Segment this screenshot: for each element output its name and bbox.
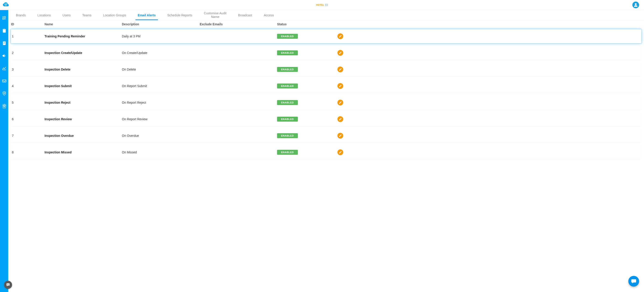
cell-description: On Delete <box>122 68 200 71</box>
tab-locations[interactable]: Locations <box>36 11 52 20</box>
edit-button[interactable] <box>338 100 343 105</box>
megaphone-icon <box>2 54 6 58</box>
sidebar-item-apps[interactable] <box>2 16 7 21</box>
edit-button[interactable] <box>338 83 343 89</box>
cell-name: Inspection Review <box>44 117 122 121</box>
sidebar-item-inbox[interactable] <box>2 78 7 83</box>
help-chat-button[interactable] <box>4 281 12 289</box>
brand-text: HOTEL <box>316 4 324 6</box>
status-badge[interactable]: ENABLED <box>277 34 298 39</box>
svg-rect-18 <box>4 106 4 107</box>
table-row[interactable]: 6Inspection ReviewOn Report ReviewENABLE… <box>11 112 641 126</box>
svg-rect-17 <box>4 104 4 104</box>
status-badge[interactable]: ENABLED <box>277 50 298 55</box>
cell-status: ENABLED <box>277 133 326 138</box>
table-row[interactable]: 3Inspection DeleteOn DeleteENABLED <box>11 62 641 76</box>
sidebar-item-announce[interactable] <box>2 53 7 58</box>
status-badge[interactable]: ENABLED <box>277 100 298 105</box>
cell-status: ENABLED <box>277 50 326 55</box>
table-row[interactable]: 4Inspection SubmitOn Report SubmitENABLE… <box>11 79 641 93</box>
app-logo[interactable] <box>2 2 13 8</box>
status-badge[interactable]: ENABLED <box>277 117 298 122</box>
cell-id: 2 <box>11 51 44 55</box>
svg-rect-22 <box>5 104 6 105</box>
col-description: Description <box>122 22 200 26</box>
tab-brands[interactable]: Brands <box>15 11 26 20</box>
cell-description: On Report Review <box>122 117 200 121</box>
svg-point-4 <box>4 16 6 18</box>
col-exclude: Exclude Emails <box>200 22 277 26</box>
sidebar-item-document[interactable] <box>2 41 7 46</box>
status-badge[interactable]: ENABLED <box>277 133 298 138</box>
cell-id: 6 <box>11 117 44 121</box>
cell-status: ENABLED <box>277 67 326 72</box>
tab-access[interactable]: Access <box>263 11 275 20</box>
cell-description: On Report Reject <box>122 101 200 104</box>
edit-button[interactable] <box>338 33 343 39</box>
speech-bubble-icon <box>631 278 636 284</box>
sidebar-item-security[interactable] <box>2 91 7 96</box>
brand-icon <box>325 4 328 6</box>
cell-description: On Create/Update <box>122 51 200 55</box>
svg-rect-21 <box>2 104 3 105</box>
table-row[interactable]: 1Training Pending ReminderDaily at 3 PME… <box>11 29 641 43</box>
cell-description: On Missed <box>122 151 200 154</box>
pencil-icon <box>339 134 342 137</box>
cell-name: Inspection Create/Update <box>44 51 122 55</box>
edit-button[interactable] <box>338 67 343 72</box>
svg-rect-23 <box>2 107 3 107</box>
cell-name: Inspection Submit <box>44 84 122 88</box>
svg-point-2 <box>635 3 636 5</box>
sidebar-item-clipboard[interactable] <box>2 28 7 33</box>
status-badge[interactable]: ENABLED <box>277 67 298 72</box>
cell-id: 5 <box>11 101 44 104</box>
shield-icon <box>2 91 6 96</box>
tab-location-groups[interactable]: Location Groups <box>102 11 127 20</box>
cell-name: Training Pending Reminder <box>44 35 122 38</box>
cell-status: ENABLED <box>277 150 326 155</box>
brand-label: HOTEL <box>316 4 328 6</box>
table-row[interactable]: 7Inspection OverdueOn OverdueENABLED <box>11 129 641 143</box>
col-name: Name <box>44 22 122 26</box>
chat-icon <box>6 282 10 287</box>
svg-rect-13 <box>2 55 3 56</box>
svg-point-3 <box>3 17 4 18</box>
cell-name: Inspection Missed <box>44 151 122 154</box>
tab-customise-audit-name[interactable]: Customise AuditName <box>203 10 228 20</box>
sidebar-item-settings[interactable] <box>2 103 7 108</box>
content-area: BrandsLocationsUsersTeamsLocation Groups… <box>8 10 644 292</box>
cell-status: ENABLED <box>277 34 326 39</box>
status-badge[interactable]: ENABLED <box>277 84 298 88</box>
cell-id: 3 <box>11 68 44 71</box>
pencil-icon <box>339 51 342 54</box>
table-row[interactable]: 2Inspection Create/UpdateOn Create/Updat… <box>11 46 641 60</box>
profile-avatar-button[interactable] <box>632 2 639 8</box>
cell-name: Inspection Reject <box>44 101 122 104</box>
tab-email-alerts[interactable]: Email Alerts <box>137 11 156 20</box>
table-row[interactable]: 5Inspection RejectOn Report RejectENABLE… <box>11 96 641 109</box>
edit-button[interactable] <box>338 50 343 56</box>
pencil-icon <box>339 35 342 38</box>
cell-id: 4 <box>11 84 44 88</box>
edit-button[interactable] <box>338 149 343 155</box>
tab-broadcast[interactable]: Broadcast <box>237 11 253 20</box>
tab-schedule-reports[interactable]: Schedule Reports <box>166 11 193 20</box>
document-icon <box>2 41 6 46</box>
cell-description: Daily at 3 PM <box>122 35 200 38</box>
table-row[interactable]: 8Inspection MissedOn MissedENABLED <box>11 145 641 159</box>
svg-point-16 <box>4 93 5 94</box>
status-badge[interactable]: ENABLED <box>277 150 298 155</box>
pencil-icon <box>339 84 342 88</box>
edit-button[interactable] <box>338 116 343 122</box>
floating-chat-button[interactable] <box>628 276 639 287</box>
tab-users[interactable]: Users <box>62 11 72 20</box>
tabs-nav: BrandsLocationsUsersTeamsLocation Groups… <box>8 10 644 20</box>
tab-teams[interactable]: Teams <box>82 11 92 20</box>
sidebar-item-analytics[interactable] <box>2 66 7 71</box>
user-icon <box>633 3 638 8</box>
table-header: ID Name Description Exclude Emails Statu… <box>8 20 644 28</box>
svg-point-6 <box>4 18 5 19</box>
edit-button[interactable] <box>338 133 343 138</box>
svg-rect-8 <box>4 29 5 29</box>
chart-icon <box>2 66 6 71</box>
